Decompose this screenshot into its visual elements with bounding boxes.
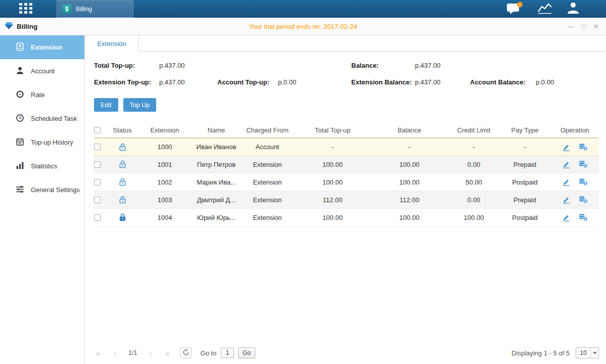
edit-pencil-icon[interactable] (562, 213, 571, 221)
account-balance-label: Account Balance: (470, 78, 536, 86)
cell-credit_limit: 100.00 (448, 214, 500, 221)
minimize-icon[interactable]: — (568, 23, 574, 30)
balance-value: p.437.00 (415, 62, 470, 69)
clock-icon (16, 114, 24, 124)
col-extension: Extension (137, 126, 192, 134)
sidebar: Extension Account Rate (0, 35, 85, 364)
edit-pencil-icon[interactable] (562, 178, 571, 186)
billing-gem-icon (5, 22, 13, 31)
cell-extension: 1001 (137, 161, 192, 168)
sidebar-item-general-settings[interactable]: General Settings (0, 178, 84, 202)
cell-charged_from: Extension (241, 196, 294, 204)
line-chart-icon (537, 2, 552, 16)
next-page-icon[interactable]: › (146, 349, 154, 357)
calendar-icon (16, 138, 24, 148)
row-topup-icon[interactable]: $ (579, 213, 588, 221)
sidebar-item-extension[interactable]: Extension (0, 35, 84, 59)
select-all-checkbox[interactable] (94, 127, 101, 133)
cell-pay_type: Postpaid (500, 214, 550, 221)
cell-credit_limit: 0.00 (448, 161, 500, 168)
status-lock-icon (119, 143, 126, 151)
cell-extension: 1002 (137, 178, 192, 186)
table-header: Status Extension Name Charged From Total… (94, 123, 599, 138)
pagination-bar: « ‹ 1/1 › » Go to Go Display (94, 347, 599, 359)
apps-grid-button[interactable] (19, 3, 33, 15)
col-name: Name (192, 126, 241, 134)
cell-total_topup: 100.00 (294, 178, 371, 186)
cell-balance: 112.00 (371, 196, 448, 204)
total-topup-label: Total Top-up: (94, 62, 159, 69)
cell-charged_from: Extension (241, 161, 294, 168)
edit-pencil-icon[interactable] (562, 196, 571, 204)
sidebar-item-account[interactable]: Account (0, 59, 84, 83)
user-menu-button[interactable] (567, 2, 580, 16)
last-page-icon[interactable]: » (163, 349, 171, 357)
first-page-icon[interactable]: « (94, 349, 102, 357)
refresh-button[interactable] (180, 347, 192, 358)
billing-app-tab-label: Billing (76, 6, 92, 13)
col-operation: Operation (550, 126, 600, 134)
top-bar: $ Billing ! (0, 0, 606, 18)
maximize-icon[interactable]: □ (582, 23, 586, 30)
reports-button[interactable] (537, 2, 552, 16)
close-icon[interactable]: ✕ (593, 23, 599, 30)
row-checkbox[interactable] (94, 144, 101, 150)
row-checkbox[interactable] (94, 197, 101, 203)
edit-pencil-icon[interactable] (562, 143, 571, 151)
cell-charged_from: Extension (241, 214, 294, 221)
row-topup-icon[interactable]: $ (579, 160, 588, 168)
sidebar-item-rate[interactable]: Rate (0, 83, 84, 107)
trial-notice: Your trial period ends on: 2017-02-24 (0, 23, 606, 30)
row-checkbox[interactable] (94, 214, 101, 221)
cell-charged_from: Account (241, 143, 294, 151)
tab-extension[interactable]: Extension (85, 35, 139, 52)
cell-credit_limit: 50.00 (448, 178, 500, 186)
cell-total_topup: 112.00 (294, 196, 371, 204)
sliders-icon (16, 185, 24, 195)
status-lock-icon (119, 213, 126, 221)
sidebar-item-statistics[interactable]: Statistics (0, 154, 84, 178)
displaying-text: Displaying 1 - 5 of 5 (511, 349, 570, 357)
notifications-button[interactable]: ! (506, 2, 523, 17)
cell-charged_from: Extension (241, 178, 294, 186)
edit-button[interactable]: Edit (94, 98, 118, 112)
row-topup-icon[interactable]: $ (579, 196, 588, 204)
window-title-bar: Billing Your trial period ends on: 2017-… (0, 18, 606, 35)
person-icon (16, 66, 24, 76)
table-row: 1003 Дмитрий Д... Extension 112.00 112.0… (94, 191, 599, 209)
svg-text:$: $ (584, 199, 586, 203)
billing-app-tab[interactable]: $ Billing (57, 0, 133, 18)
account-topup-label: Account Top-up: (217, 78, 278, 86)
sidebar-item-topup-history[interactable]: Top-up History (0, 130, 84, 154)
goto-label: Go to (200, 349, 216, 357)
cell-balance: - (371, 143, 448, 151)
row-topup-icon[interactable]: $ (579, 143, 588, 151)
table-row: 1001 Петр Петров Extension 100.00 100.00… (94, 156, 599, 173)
chat-notification-icon: ! (506, 2, 523, 17)
edit-pencil-icon[interactable] (562, 160, 571, 168)
cell-name: Иван Иванов (192, 143, 241, 151)
table-row: 1000 Иван Иванов Account - - - - (94, 138, 599, 156)
svg-text:$: $ (584, 164, 586, 168)
cell-name: Юрий Юрь... (192, 214, 241, 221)
row-checkbox[interactable] (94, 179, 101, 186)
billing-dollar-icon: $ (62, 5, 71, 14)
apps-grid-icon (19, 3, 33, 15)
page-indicator: 1/1 (128, 349, 137, 356)
table-row: 1004 Юрий Юрь... Extension 100.00 100.00… (94, 209, 599, 226)
go-button[interactable]: Go (238, 347, 255, 358)
sidebar-item-scheduled-task[interactable]: Scheduled Task (0, 107, 84, 130)
goto-page-input[interactable] (221, 348, 234, 358)
prev-page-icon[interactable]: ‹ (111, 349, 119, 357)
cell-extension: 1003 (137, 196, 192, 204)
row-checkbox[interactable] (94, 161, 101, 168)
row-topup-icon[interactable]: $ (579, 178, 588, 186)
col-total-topup: Total Top-up (294, 126, 371, 134)
svg-text:!: ! (519, 2, 521, 7)
tab-bar: Extension (85, 35, 606, 52)
page-size-select[interactable]: 10 (576, 347, 599, 358)
cell-name: Мария Ива... (192, 178, 241, 186)
cell-balance: 100.00 (371, 161, 448, 168)
page-size-value: 10 (576, 349, 590, 356)
top-up-button[interactable]: Top Up (123, 98, 157, 112)
